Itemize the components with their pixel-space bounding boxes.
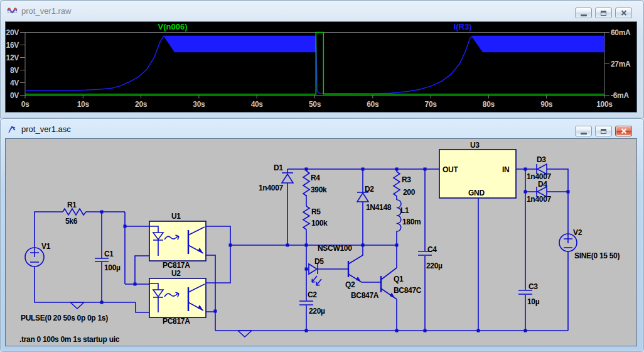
window-title: prot_ver1.raw [21,6,71,16]
schematic-window[interactable]: prot_ver1.asc [0,118,644,352]
restore-icon [601,11,606,16]
waveform-plot-area[interactable] [5,21,637,113]
ltspice-workspace: prot_ver1.raw prot_ver1.asc [0,0,644,352]
waveform-titlebar[interactable]: prot_ver1.raw [1,1,643,21]
close-button[interactable] [615,8,632,18]
close-icon [621,128,627,134]
window-title: prot_ver1.asc [21,124,71,134]
schematic-titlebar[interactable]: prot_ver1.asc [1,119,643,139]
minimize-icon [581,14,587,16]
restore-button[interactable] [595,8,612,18]
minimize-button[interactable] [575,8,592,18]
waveform-icon [7,6,18,16]
restore-button[interactable] [595,126,612,136]
close-button[interactable] [615,126,632,136]
waveform-window[interactable]: prot_ver1.raw [0,0,644,118]
ltspice-schematic-icon [7,124,18,134]
close-icon [621,10,627,16]
restore-icon [601,129,606,134]
minimize-button[interactable] [575,126,592,136]
schematic-canvas[interactable] [5,138,637,346]
minimize-icon [581,133,587,135]
